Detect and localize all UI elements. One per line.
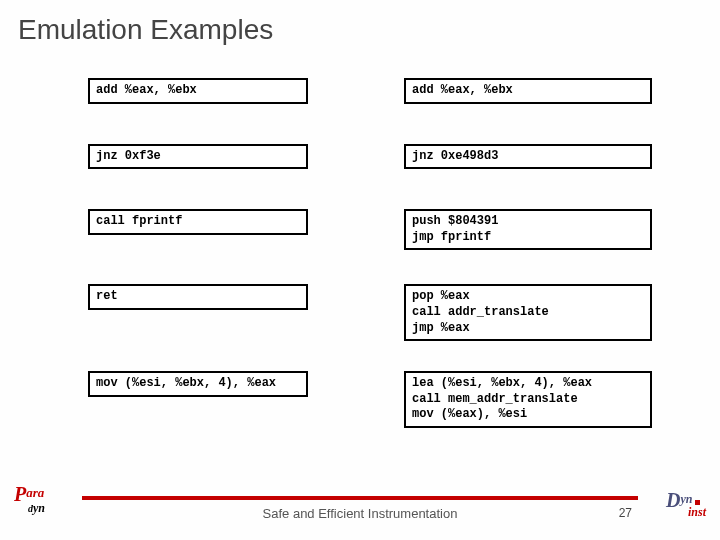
code-rows: add %eax, %ebx add %eax, %ebx jnz 0xf3e …	[88, 78, 658, 464]
original-code: add %eax, %ebx	[88, 78, 308, 104]
logo-letter: P	[14, 483, 26, 505]
emulated-code: add %eax, %ebx	[404, 78, 652, 104]
slide-footer: Safe and Efficient Instrumentation 27 Pa…	[0, 488, 720, 528]
original-code: ret	[88, 284, 308, 310]
page-number: 27	[619, 506, 632, 520]
slide-title: Emulation Examples	[0, 0, 720, 46]
code-row: jnz 0xf3e jnz 0xe498d3	[88, 144, 658, 170]
paradyn-logo: Para dyn	[14, 485, 44, 518]
emulated-code: lea (%esi, %ebx, 4), %eax call mem_addr_…	[404, 371, 652, 428]
footer-text: Safe and Efficient Instrumentation	[0, 506, 720, 521]
original-code: call fprintf	[88, 209, 308, 235]
logo-letter: ara	[26, 485, 44, 500]
logo-square-icon	[695, 500, 700, 505]
emulated-code: jnz 0xe498d3	[404, 144, 652, 170]
logo-letter: yn	[33, 501, 45, 515]
logo-letter: yn	[680, 492, 692, 506]
emulated-code: pop %eax call addr_translate jmp %eax	[404, 284, 652, 341]
dyninst-logo: Dyn inst	[666, 491, 706, 518]
divider-line	[82, 496, 638, 500]
emulated-code: push $804391 jmp fprintf	[404, 209, 652, 250]
logo-letter: inst	[688, 507, 706, 518]
logo-letter: D	[666, 489, 680, 511]
code-row: add %eax, %ebx add %eax, %ebx	[88, 78, 658, 104]
original-code: jnz 0xf3e	[88, 144, 308, 170]
original-code: mov (%esi, %ebx, 4), %eax	[88, 371, 308, 397]
code-row: mov (%esi, %ebx, 4), %eax lea (%esi, %eb…	[88, 371, 658, 428]
code-row: ret pop %eax call addr_translate jmp %ea…	[88, 284, 658, 341]
code-row: call fprintf push $804391 jmp fprintf	[88, 209, 658, 250]
